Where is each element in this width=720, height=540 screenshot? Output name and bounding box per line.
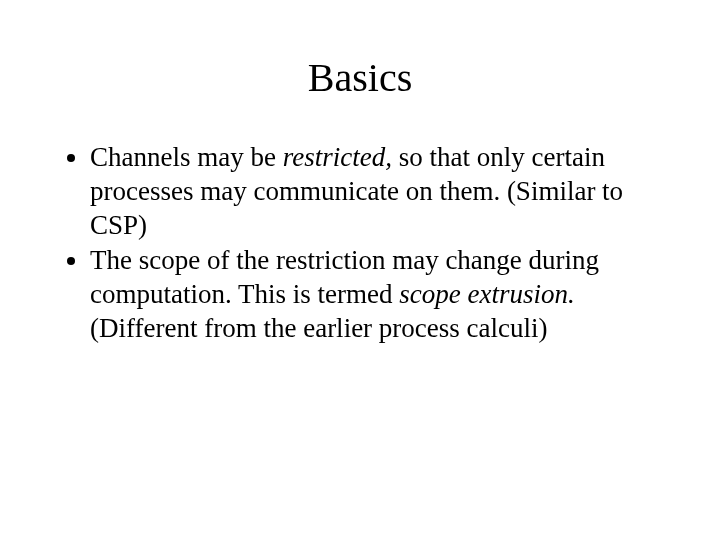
bullet-list: Channels may be restricted, so that only… (54, 141, 666, 346)
slide: Basics Channels may be restricted, so th… (0, 0, 720, 540)
slide-title: Basics (54, 54, 666, 101)
list-item: Channels may be restricted, so that only… (90, 141, 666, 242)
list-item: The scope of the restriction may change … (90, 244, 666, 345)
bullet-emphasis: scope extrusion. (399, 279, 574, 309)
bullet-text: (Different from the earlier process calc… (90, 313, 548, 343)
bullet-text: Channels may be (90, 142, 283, 172)
bullet-emphasis: restricted, (283, 142, 392, 172)
